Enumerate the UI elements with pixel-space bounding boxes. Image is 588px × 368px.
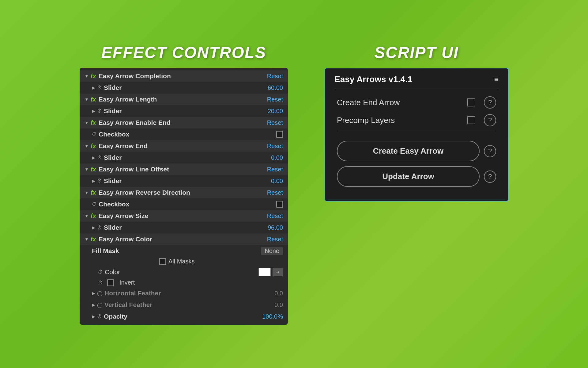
sub-triangle: ▶ <box>92 314 95 319</box>
sub-triangle: ▶ <box>92 225 95 230</box>
fill-mask-label: Fill Mask <box>92 247 261 255</box>
precomp-layers-help[interactable]: ? <box>484 114 496 126</box>
panel-header-title: Easy Arrows v1.4.1 <box>334 75 412 84</box>
color-reset[interactable]: Reset <box>267 236 283 243</box>
clock-icon: ⏱ <box>97 108 102 114</box>
fill-mask-value[interactable]: None <box>261 247 283 255</box>
sub-triangle: ▶ <box>92 178 95 183</box>
update-arrow-action-help[interactable]: ? <box>484 171 496 183</box>
color-row: ⏱ Color ➜ <box>80 266 288 278</box>
reverse-sub: ⏱ Checkbox <box>80 198 288 210</box>
reverse-reset[interactable]: Reset <box>267 189 283 196</box>
effect-controls-panel: ▼ fx Easy Arrow Completion Reset ▶ ⏱ Sli… <box>80 68 288 325</box>
fx-icon: fx <box>91 189 96 196</box>
completion-value: 60.00 <box>258 84 283 91</box>
clock-icon: ◯ <box>97 302 103 308</box>
size-sub: ▶ ⏱ Slider 96.00 <box>80 222 288 233</box>
end-sub: ▶ ⏱ Slider 0.00 <box>80 152 288 163</box>
triangle-icon: ▼ <box>85 97 89 102</box>
clock-icon: ⏱ <box>97 314 102 319</box>
ec-header-completion: ▼ fx Easy Arrow Completion Reset <box>80 70 288 82</box>
ec-header-line-offset: ▼ fx Easy Arrow Line Offset Reset <box>80 163 288 175</box>
completion-reset[interactable]: Reset <box>267 73 283 80</box>
completion-sub: ▶ ⏱ Slider 60.00 <box>80 82 288 94</box>
precomp-layers-checkbox[interactable] <box>467 116 475 124</box>
fx-icon: fx <box>91 96 96 103</box>
script-ui-title: SCRIPT UI <box>374 43 458 62</box>
main-container: EFFECT CONTROLS ▼ fx Easy Arrow Completi… <box>67 31 521 337</box>
precomp-layers-label: Precomp Layers <box>337 116 467 125</box>
update-arrow-button[interactable]: Update Arrow <box>337 166 480 187</box>
invert-checkbox[interactable] <box>107 279 114 286</box>
enable-end-checkbox[interactable] <box>276 131 283 138</box>
panel-header: Easy Arrows v1.4.1 ≡ <box>334 75 499 89</box>
length-value: 20.00 <box>258 108 283 115</box>
length-reset[interactable]: Reset <box>267 96 283 103</box>
sub-triangle: ▶ <box>92 155 95 160</box>
fx-icon: fx <box>91 166 96 173</box>
create-end-arrow-checkbox[interactable] <box>467 98 475 106</box>
line-offset-value: 0.00 <box>258 178 283 185</box>
color-arrow-button[interactable]: ➜ <box>273 268 283 276</box>
enable-end-checkbox-label: Checkbox <box>99 131 276 138</box>
triangle-icon: ▼ <box>85 190 89 195</box>
right-panel: SCRIPT UI Easy Arrows v1.4.1 ≡ Create En… <box>325 43 508 201</box>
ec-header-reverse: ▼ fx Easy Arrow Reverse Direction Reset <box>80 187 288 198</box>
size-reset[interactable]: Reset <box>267 213 283 220</box>
clock-icon: ⏱ <box>92 132 97 137</box>
completion-label: Easy Arrow Completion <box>99 72 267 80</box>
clock-icon: ⏱ <box>92 201 97 207</box>
line-offset-slider-label: Slider <box>104 177 258 185</box>
opacity-value: 100.0% <box>258 313 283 320</box>
triangle-icon: ▼ <box>85 120 89 125</box>
length-slider-label: Slider <box>104 107 258 115</box>
end-value: 0.00 <box>258 154 283 161</box>
left-panel: EFFECT CONTROLS ▼ fx Easy Arrow Completi… <box>80 43 288 325</box>
create-end-arrow-label: Create End Arrow <box>337 98 467 107</box>
all-masks-row: All Masks <box>80 257 288 266</box>
create-easy-arrow-button[interactable]: Create Easy Arrow <box>337 141 480 161</box>
fx-icon: fx <box>91 236 96 243</box>
color-swatch[interactable] <box>258 268 271 276</box>
clock-icon2: ⏱ <box>98 280 103 286</box>
invert-label: Invert <box>119 279 135 286</box>
fx-icon: fx <box>91 73 96 80</box>
opacity-label: Opacity <box>104 313 258 320</box>
clock-icon: ⏱ <box>97 178 102 184</box>
line-offset-sub: ▶ ⏱ Slider 0.00 <box>80 175 288 187</box>
triangle-icon: ▼ <box>85 213 89 218</box>
precomp-layers-option: Precomp Layers ? <box>334 114 499 126</box>
size-value: 96.00 <box>258 224 283 231</box>
horiz-feather-row: ▶ ◯ Horizontal Feather 0.0 <box>80 287 288 299</box>
ec-header-color: ▼ fx Easy Arrow Color Reset <box>80 233 288 245</box>
length-label: Easy Arrow Length <box>99 96 267 103</box>
fill-mask-row: Fill Mask None <box>80 245 288 257</box>
length-sub: ▶ ⏱ Slider 20.00 <box>80 105 288 117</box>
enable-end-reset[interactable]: Reset <box>267 119 283 126</box>
clock-icon: ⏱ <box>97 155 102 160</box>
size-label: Easy Arrow Size <box>99 212 267 220</box>
sub-triangle: ▶ <box>92 291 95 296</box>
all-masks-checkbox[interactable] <box>159 258 166 265</box>
sub-triangle: ▶ <box>92 85 95 90</box>
ec-header-size: ▼ fx Easy Arrow Size Reset <box>80 210 288 222</box>
line-offset-reset[interactable]: Reset <box>267 166 283 173</box>
end-slider-label: Slider <box>104 154 258 161</box>
reverse-checkbox-label: Checkbox <box>99 201 276 208</box>
reverse-checkbox[interactable] <box>276 201 283 208</box>
end-reset[interactable]: Reset <box>267 143 283 150</box>
create-easy-arrow-action-help[interactable]: ? <box>484 145 496 157</box>
reverse-label: Easy Arrow Reverse Direction <box>99 189 267 196</box>
create-easy-arrow-action-row: Create Easy Arrow ? <box>334 141 499 161</box>
create-end-arrow-option: Create End Arrow ? <box>334 96 499 109</box>
clock-icon: ⏱ <box>97 225 102 230</box>
script-ui-panel: Easy Arrows v1.4.1 ≡ Create End Arrow ? … <box>325 68 508 201</box>
clock-icon: ⏱ <box>98 269 103 275</box>
fx-icon: fx <box>91 143 96 150</box>
hamburger-menu-icon[interactable]: ≡ <box>494 75 499 84</box>
ec-header-length: ▼ fx Easy Arrow Length Reset <box>80 94 288 105</box>
color-header-label: Easy Arrow Color <box>99 236 267 243</box>
create-end-arrow-help[interactable]: ? <box>484 96 496 109</box>
panel-divider <box>337 132 496 132</box>
opacity-row: ▶ ⏱ Opacity 100.0% <box>80 311 288 322</box>
